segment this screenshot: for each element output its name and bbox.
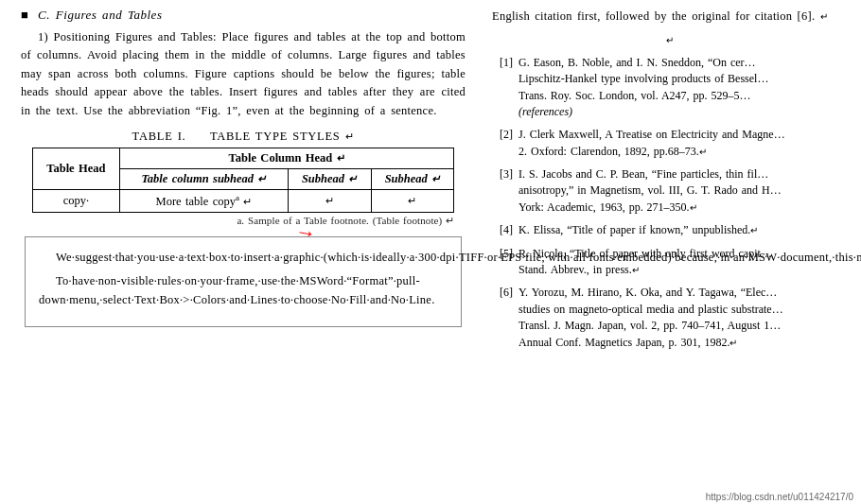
th-subhead3-return: ↵: [431, 173, 440, 184]
ref-intro: English citation first, followed by the …: [492, 8, 848, 26]
th-subhead2-return: ↵: [348, 173, 357, 184]
ref-num-5: [5]: [492, 246, 518, 279]
section-title: C. Figures and Tables: [38, 8, 162, 22]
ref-text-4: K. Elissa, “Title of paper if known,” un…: [518, 222, 848, 238]
ref-num-2: [2]: [492, 127, 518, 160]
table-footnote: a. Sample of a Table footnote. (Table fo…: [32, 215, 455, 227]
table-caption-title: TABLE TYPE STYLES: [210, 130, 341, 143]
section-letter: ■: [21, 8, 28, 22]
th-table-head: Table Head: [32, 148, 119, 189]
ref-item-6: [6] Y. Yorozu, M. Hirano, K. Oka, and Y.…: [492, 285, 848, 351]
ref-num-4: [4]: [492, 222, 518, 238]
ref-num-6: [6]: [492, 285, 518, 351]
center-return: ↵: [492, 33, 848, 47]
td-empty-1: ↵: [288, 189, 371, 212]
ref-text-2: J. Clerk Maxwell, A Treatise on Electric…: [518, 127, 848, 160]
references-list: [1] G. Eason, B. Noble, and I. N. Sneddo…: [492, 55, 848, 351]
table-caption-return: ↵: [345, 130, 355, 142]
th-subhead-3: Subhead ↵: [371, 168, 454, 189]
ref-text-6: Y. Yorozu, M. Hirano, K. Oka, and Y. Tag…: [518, 285, 848, 351]
ref-item-2: [2] J. Clerk Maxwell, A Treatise on Elec…: [492, 127, 848, 160]
table-row: copy· More table copya ↵ ↵ ↵: [32, 189, 454, 212]
th-column-head: Table Column Head ↵: [120, 148, 454, 168]
ref-text-5: R. Nicole, “Title of paper with only fir…: [518, 246, 848, 279]
ref-item-4: [4] K. Elissa, “Title of paper if known,…: [492, 222, 848, 238]
left-column: ■ C. Figures and Tables 1) Positioning F…: [0, 0, 483, 504]
td-copy-col1: copy·: [32, 189, 119, 212]
th-subhead1-return: ↵: [257, 173, 266, 184]
figure-box-para-2: To·have·non-visible·rules·on·your·frame,…: [39, 272, 448, 309]
td-empty-2: ↵: [371, 189, 454, 212]
main-table: Table Head Table Column Head ↵ Table col…: [32, 148, 455, 213]
bottom-url: https://blog.csdn.net/u011424217/0: [706, 492, 853, 502]
th-subhead-2: Subhead ↵: [288, 168, 371, 189]
ref-text-3: I. S. Jacobs and C. P. Bean, “Fine parti…: [518, 166, 848, 216]
table-header-row: Table Head Table Column Head ↵: [32, 148, 454, 168]
paragraph-1: 1) Positioning Figures and Tables: Place…: [21, 28, 466, 120]
ref-num-1: [1]: [492, 55, 518, 121]
table-caption: TABLE I. TABLE TYPE STYLES ↵: [32, 130, 455, 144]
th-col-head-return: ↵: [337, 152, 345, 164]
ref-text-1: G. Eason, B. Noble, and I. N. Sneddon, “…: [518, 55, 848, 121]
red-arrow-icon: →: [292, 215, 319, 250]
td-copy-col2: More table copya ↵: [120, 189, 289, 212]
ref-num-3: [3]: [492, 166, 518, 216]
page-container: ■ C. Figures and Tables 1) Positioning F…: [0, 0, 861, 504]
ref-item-5: [5] R. Nicole, “Title of paper with only…: [492, 246, 848, 279]
footnote-sup: a: [236, 193, 239, 202]
section-header: ■ C. Figures and Tables: [21, 8, 466, 23]
figure-box: → We·suggest·that·you·use·a·text·box·to·…: [25, 236, 462, 327]
ref-item-3: [3] I. S. Jacobs and C. P. Bean, “Fine p…: [492, 166, 848, 216]
table-num: TABLE I.: [132, 130, 186, 143]
td-copy-return: ↵: [243, 196, 252, 207]
table-area: TABLE I. TABLE TYPE STYLES ↵ Table Head …: [32, 130, 455, 227]
th-subhead-1: Table column subhead ↵: [120, 168, 289, 189]
figure-box-para-1: We·suggest·that·you·use·a·text·box·to·in…: [39, 249, 448, 267]
ref-item-1: [1] G. Eason, B. Noble, and I. N. Sneddo…: [492, 55, 848, 121]
footnote-return: ↵: [446, 215, 454, 226]
right-column: English citation first, followed by the …: [483, 0, 861, 504]
intro-return: ↵: [820, 11, 828, 22]
